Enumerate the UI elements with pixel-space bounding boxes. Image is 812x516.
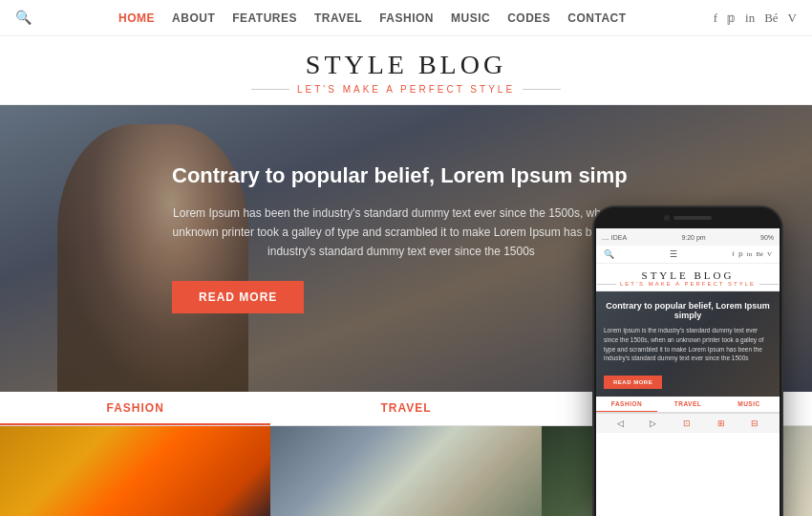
phone-read-more-button[interactable]: READ MORE: [604, 376, 662, 389]
phone-status-battery: 90%: [760, 234, 774, 241]
phone-status-time: 9:20 pm: [681, 234, 705, 241]
phone-status-left: .... IDEA: [602, 234, 627, 241]
tagline-line-left: [251, 89, 289, 90]
phone-tab-travel[interactable]: TRAVEL: [657, 397, 718, 412]
phone-menu-icon[interactable]: ☰: [670, 249, 677, 259]
linkedin-icon[interactable]: in: [745, 11, 755, 26]
phone-social-icons: f 𝕡 in Bé V: [732, 250, 772, 258]
tab-travel[interactable]: TRAVEL: [270, 392, 541, 425]
behance-icon[interactable]: Bé: [764, 11, 778, 26]
phone-tab-fashion[interactable]: FASHION: [596, 397, 657, 412]
tagline-line-right: [523, 89, 561, 90]
navbar: 🔍 HOME ABOUT FEATURES TRAVEL FASHION MUS…: [0, 0, 812, 36]
phone-bookmark-icon[interactable]: ⊞: [717, 419, 725, 428]
pinterest-icon[interactable]: 𝕡: [727, 11, 736, 26]
nav-travel[interactable]: TRAVEL: [314, 11, 362, 25]
phone-back-icon[interactable]: ◁: [617, 419, 624, 428]
facebook-icon[interactable]: f: [714, 11, 717, 26]
site-title: STYLE BLOG: [0, 50, 812, 80]
phone-hero-text: Lorem Ipsum is the industry's standard d…: [604, 326, 772, 363]
search-icon[interactable]: 🔍: [15, 10, 32, 26]
phone-hero-title: Contrary to popular belief, Lorem Ipsum …: [604, 301, 772, 320]
phone-camera: [664, 215, 670, 221]
nav-home[interactable]: HOME: [118, 11, 155, 25]
phone-speaker: [673, 216, 712, 220]
nav-features[interactable]: FEATURES: [232, 11, 297, 25]
phone-bottom-nav: ◁ ▷ ⊡ ⊞ ⊟: [596, 413, 780, 433]
hero-title: Contrary to popular belief, Lorem Ipsum …: [172, 162, 630, 190]
hero-content: Contrary to popular belief, Lorem Ipsum …: [172, 162, 630, 313]
phone-tabs: FASHION TRAVEL MUSIC: [596, 397, 780, 413]
main-wrapper: Contrary to popular belief, Lorem Ipsum …: [0, 105, 812, 516]
phone-site-title: STYLE BLOG: [596, 269, 780, 281]
phone-hero: Contrary to popular belief, Lorem Ipsum …: [596, 291, 780, 397]
phone-mockup: .... IDEA 9:20 pm 90% 🔍 ☰ f 𝕡 in Bé V ST…: [592, 205, 783, 516]
thumbnail-1[interactable]: [0, 426, 270, 516]
phone-home-icon[interactable]: ⊡: [683, 419, 691, 428]
phone-search-icon[interactable]: 🔍: [604, 249, 614, 259]
nav-links: HOME ABOUT FEATURES TRAVEL FASHION MUSIC…: [118, 11, 627, 25]
phone-top-bar: [594, 207, 781, 228]
phone-tagline-line-left: [597, 284, 616, 285]
social-links: f 𝕡 in Bé V: [714, 11, 797, 26]
phone-v-icon[interactable]: V: [767, 250, 772, 258]
vine-icon[interactable]: V: [788, 11, 797, 26]
hero-description: Lorem Ipsum has been the industry's stan…: [172, 204, 630, 262]
nav-contact[interactable]: CONTACT: [567, 11, 626, 25]
thumbnail-2[interactable]: [270, 426, 541, 516]
phone-screen: .... IDEA 9:20 pm 90% 🔍 ☰ f 𝕡 in Bé V ST…: [596, 228, 780, 516]
nav-music[interactable]: MUSIC: [451, 11, 490, 25]
nav-fashion[interactable]: FASHION: [379, 11, 434, 25]
read-more-button[interactable]: READ MORE: [172, 281, 304, 313]
site-header: STYLE BLOG LET'S MAKE A PERFECT STYLE: [0, 36, 812, 105]
phone-tagline-text: LET'S MAKE A PERFECT STYLE: [620, 281, 756, 287]
tagline-text: LET'S MAKE A PERFECT STYLE: [297, 84, 515, 95]
tab-fashion[interactable]: FASHION: [0, 392, 270, 425]
phone-tagline-line-right: [759, 284, 779, 285]
phone-share-icon[interactable]: ⊟: [751, 419, 759, 428]
nav-about[interactable]: ABOUT: [172, 11, 215, 25]
phone-tab-music[interactable]: MUSIC: [718, 397, 780, 412]
site-tagline: LET'S MAKE A PERFECT STYLE: [0, 84, 812, 95]
phone-fb-icon[interactable]: f: [732, 250, 734, 258]
phone-tagline: LET'S MAKE A PERFECT STYLE: [596, 281, 780, 287]
phone-status-bar: .... IDEA 9:20 pm 90%: [596, 228, 780, 246]
phone-be-icon[interactable]: Bé: [756, 250, 763, 258]
phone-li-icon[interactable]: in: [747, 250, 752, 258]
phone-pin-icon[interactable]: 𝕡: [738, 250, 743, 258]
phone-forward-icon[interactable]: ▷: [650, 419, 656, 428]
phone-site-header: STYLE BLOG LET'S MAKE A PERFECT STYLE: [596, 264, 780, 291]
phone-navbar: 🔍 ☰ f 𝕡 in Bé V: [596, 246, 780, 264]
nav-codes[interactable]: CODES: [507, 11, 550, 25]
